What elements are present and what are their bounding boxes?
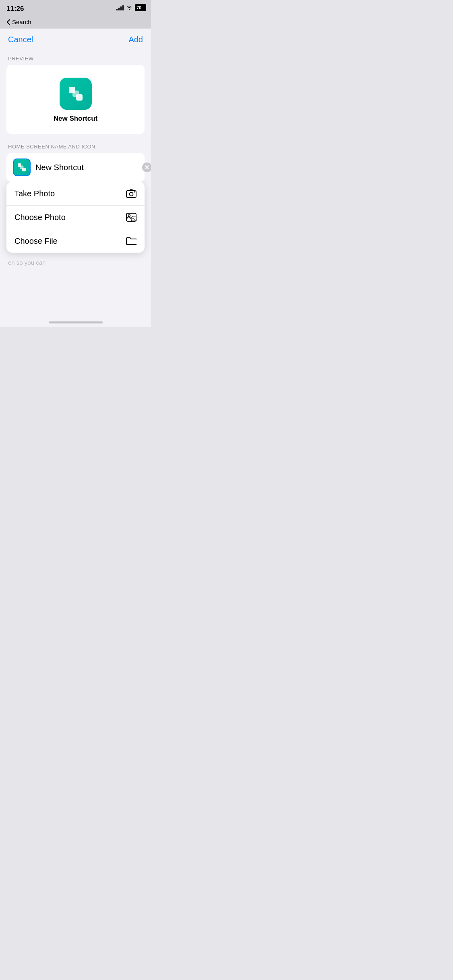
main-content: Cancel Add PREVIEW New Shortcut HOME SCR… — [0, 29, 151, 327]
preview-shortcut-name: New Shortcut — [54, 115, 98, 123]
shortcut-name-input[interactable] — [35, 163, 137, 172]
status-bar: 11:26 70 — [0, 0, 151, 18]
preview-card: New Shortcut — [6, 65, 145, 134]
home-screen-section: HOME SCREEN NAME AND ICON Take Photo — [0, 144, 151, 272]
add-button[interactable]: Add — [128, 35, 143, 44]
chevron-left-icon — [6, 19, 10, 25]
svg-rect-2 — [72, 91, 79, 97]
choose-photo-item[interactable]: Choose Photo — [6, 206, 145, 229]
status-time: 11:26 — [6, 5, 24, 13]
home-screen-section-label: HOME SCREEN NAME AND ICON — [0, 144, 151, 150]
photo-icon — [126, 212, 137, 222]
choose-photo-label: Choose Photo — [14, 213, 66, 222]
clear-icon — [145, 165, 149, 170]
back-button[interactable]: Search — [6, 19, 145, 25]
dropdown-menu: Take Photo Choose Photo — [6, 182, 145, 253]
folder-icon — [126, 236, 137, 246]
svg-point-8 — [134, 191, 135, 193]
choose-file-item[interactable]: Choose File — [6, 229, 145, 253]
home-indicator — [49, 321, 103, 323]
small-app-icon[interactable] — [13, 159, 31, 176]
battery-icon: 70 — [135, 4, 146, 11]
cancel-button[interactable]: Cancel — [8, 35, 33, 44]
shortcuts-icon — [66, 84, 86, 104]
preview-app-icon — [60, 78, 92, 110]
preview-section-label: PREVIEW — [0, 56, 151, 62]
svg-point-7 — [130, 192, 133, 196]
take-photo-item[interactable]: Take Photo — [6, 182, 145, 206]
background-text: en so you can — [0, 253, 151, 272]
name-row-card — [6, 153, 145, 182]
svg-rect-5 — [20, 166, 24, 169]
status-icons: 70 — [116, 4, 146, 11]
signal-icon — [116, 5, 124, 10]
clear-button[interactable] — [142, 163, 151, 172]
back-label: Search — [12, 19, 31, 25]
top-nav: Cancel Add — [0, 29, 151, 49]
choose-file-label: Choose File — [14, 237, 58, 246]
wifi-icon — [126, 5, 132, 10]
battery-level: 70 — [137, 5, 141, 10]
camera-icon — [126, 188, 137, 199]
take-photo-label: Take Photo — [14, 189, 55, 198]
small-shortcuts-icon — [16, 162, 27, 173]
